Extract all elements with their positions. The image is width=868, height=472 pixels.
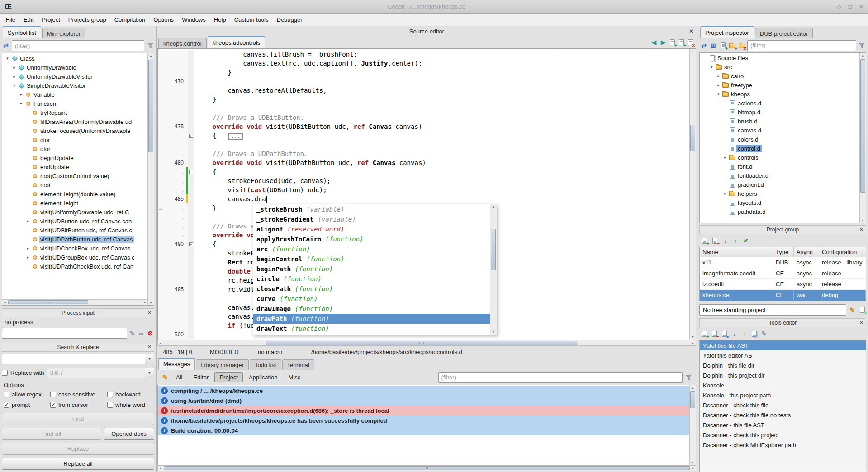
tab-dub-project-editor[interactable]: DUB project editor: [755, 28, 813, 38]
file-item-control-d[interactable]: control.d: [700, 144, 859, 153]
messages-filter-all[interactable]: All: [171, 372, 187, 382]
file-item-font-d[interactable]: font.d: [700, 162, 859, 171]
close-document-icon[interactable]: ✕: [686, 38, 694, 47]
checkbox-whole-word[interactable]: whole word: [107, 400, 153, 409]
expand-icon[interactable]: ▸: [716, 74, 721, 78]
editor-vscrollbar[interactable]: ▲ ▼: [689, 49, 696, 340]
messages-filter-application[interactable]: Application: [244, 372, 283, 382]
symbol-item-visit-uniformlydrawable-udc-ref-c[interactable]: visit(UniformlyDrawable udc, ref C: [3, 208, 147, 217]
tool-dolphin-this-file-dir[interactable]: Dolphin - this file dir: [700, 360, 866, 370]
symbol-tree-vscrollbar[interactable]: ▲ ▼: [147, 53, 154, 305]
menu-edit[interactable]: Edit: [19, 14, 38, 26]
project-row-x11[interactable]: x11DUBasyncrelease - library: [700, 257, 866, 268]
expand-icon[interactable]: ▸: [722, 191, 728, 196]
add-folder-icon[interactable]: +: [728, 42, 736, 50]
completion-scrollbar[interactable]: ▲ ▼: [490, 204, 497, 335]
tree-view-icon[interactable]: ⊞: [709, 42, 717, 50]
fold-toggle-icon[interactable]: −: [189, 242, 193, 246]
find-all-button[interactable]: Find all: [2, 428, 101, 440]
symbol-item-strokefocused-uniformlydrawable[interactable]: strokeFocused(UniformlyDrawable: [3, 126, 147, 135]
symbol-tree-hscrollbar[interactable]: ◂ ▸: [2, 299, 147, 305]
symbol-item-class[interactable]: ▾Class: [3, 54, 147, 63]
symbol-filter-input[interactable]: [12, 40, 144, 51]
column-name[interactable]: Name: [700, 247, 773, 257]
search-input[interactable]: [2, 354, 145, 364]
tools-editor-close-icon[interactable]: ✕: [859, 320, 863, 326]
tool-konsole-this-project-path[interactable]: Konsole - this project path: [700, 390, 866, 400]
completion-item-strokebrush[interactable]: _strokeBrush(variable): [253, 204, 490, 214]
completion-item-drawimage[interactable]: drawImage(function): [253, 304, 490, 314]
symbol-item-elementheight[interactable]: elementHeight: [3, 198, 147, 208]
message-row[interactable]: !/usr/include/dmd/druntime/import/core/e…: [158, 406, 689, 415]
symbol-item-uniformlydrawable[interactable]: ▸UniformlyDrawable: [3, 63, 147, 72]
expand-icon[interactable]: ▸: [25, 246, 31, 250]
file-item-brush-d[interactable]: brush.d: [700, 117, 859, 126]
completion-item-applybrushtocairo[interactable]: applyBrushToCairo(function): [253, 234, 490, 244]
remove-folder-icon[interactable]: ✕: [738, 42, 746, 50]
tab-messages[interactable]: Messages: [158, 358, 195, 370]
move-tool-down-icon[interactable]: ↓: [730, 330, 738, 338]
send-input-icon[interactable]: ✎: [128, 329, 136, 337]
message-row[interactable]: iusing /usr/bin/dmd (dmd): [158, 396, 689, 406]
tool-dscanner-check-this-file[interactable]: Dscanner - check this file: [700, 400, 866, 410]
completion-item-drawpath[interactable]: drawPath(function): [253, 314, 490, 324]
add-project-icon[interactable]: +: [700, 236, 708, 245]
tool-yatol-this-editor-ast[interactable]: Yatol this editor AST: [700, 350, 866, 360]
refresh-symbols-icon[interactable]: ⇄: [2, 42, 10, 50]
scrollbar-thumb[interactable]: [860, 59, 865, 193]
messages-vscrollbar[interactable]: ▲ ▼: [689, 385, 696, 465]
edit-free-standing-icon[interactable]: ✎: [848, 306, 856, 314]
file-item-layouts-d[interactable]: layouts.d: [700, 198, 859, 207]
menu-projects-group[interactable]: Projects group: [64, 14, 110, 26]
clear-messages-icon[interactable]: ✎: [161, 373, 169, 382]
checkbox-from-cursor[interactable]: ✓from cursor: [50, 400, 107, 409]
scroll-down-icon[interactable]: ▼: [860, 218, 866, 223]
scroll-down-icon[interactable]: ▼: [148, 300, 154, 305]
scroll-up-icon[interactable]: ▲: [690, 385, 696, 390]
collapse-icon[interactable]: ▾: [716, 92, 721, 96]
scrollbar-thumb[interactable]: [690, 391, 695, 408]
titlebar[interactable]: Œ Coedit - /.../kheops/kheops.ce ◇ □ ✕: [0, 0, 868, 14]
editor-tab-kheops-control[interactable]: kheops.control: [158, 38, 207, 48]
tab-library-manager[interactable]: Library manager: [196, 359, 249, 370]
move-project-down-icon[interactable]: ↓: [721, 236, 729, 245]
message-row[interactable]: iBuild duration: 00:00:04: [158, 425, 689, 435]
message-row[interactable]: i/home/basile/dev/projects/kheops/kheops…: [158, 415, 689, 425]
replace-input[interactable]: [47, 368, 145, 378]
completion-item-begincontrol[interactable]: beginControl(function): [253, 254, 490, 264]
delete-tool-icon[interactable]: −: [710, 330, 718, 338]
messages-filter-misc[interactable]: Misc: [284, 372, 306, 382]
search-replace-close-icon[interactable]: ✕: [147, 344, 152, 350]
scroll-left-icon[interactable]: ◂: [158, 466, 163, 471]
scroll-down-icon[interactable]: ▼: [490, 330, 496, 335]
file-item-fontloader-d[interactable]: fontloader.d: [700, 171, 859, 180]
close-button[interactable]: ✕: [859, 4, 863, 10]
expand-icon[interactable]: ▸: [25, 219, 31, 223]
completion-item-drawtext[interactable]: drawText(function): [253, 324, 490, 334]
messages-filter-project[interactable]: Project: [214, 372, 242, 382]
symbol-item-visit-udpathcheckbox-udc-ref-can[interactable]: visit(UDPathCheckBox udc, ref Can: [3, 262, 147, 271]
add-file-icon[interactable]: +: [719, 42, 727, 50]
expand-icon[interactable]: ▸: [11, 65, 17, 70]
file-item-pathdata-d[interactable]: pathdata.d: [700, 207, 859, 216]
collapse-icon[interactable]: ▾: [11, 83, 17, 88]
completion-item-arc[interactable]: arc(function): [253, 244, 490, 254]
symbol-item-root[interactable]: root: [3, 180, 147, 189]
menu-debugger[interactable]: Debugger: [273, 14, 307, 26]
symbol-filter-menu-icon[interactable]: [146, 42, 154, 50]
kill-process-icon[interactable]: ⊗: [146, 329, 154, 337]
search-dropdown-icon[interactable]: ▼: [145, 354, 154, 364]
editor-tab-kheops-udcontrols[interactable]: kheops.udcontrols: [208, 36, 266, 48]
completion-item-strokegradient[interactable]: _strokeGradient(variable): [253, 214, 490, 224]
symbol-item-simpledrawablevisitor[interactable]: ▾SimpleDrawableVisitor: [3, 81, 147, 90]
tool-dscanner-this-file-ast[interactable]: Dscanner - this file AST: [700, 420, 866, 430]
project-filter-menu-icon[interactable]: [858, 42, 866, 50]
messages-filter-editor[interactable]: Editor: [188, 372, 213, 382]
scroll-right-icon[interactable]: ▸: [690, 340, 696, 346]
symbol-item-visit-udgroupbox-udc-ref-canvas-c[interactable]: ▸visit(UDGroupBox udc, ref Canvas c: [3, 253, 147, 262]
symbol-item-ctor[interactable]: ctor: [3, 135, 147, 144]
symbol-item-visit-udbitbutton-udc-ref-canvas-c[interactable]: visit(UDBitButton udc, ref Canvas c: [3, 226, 147, 235]
scroll-down-icon[interactable]: ▼: [690, 335, 696, 340]
project-filter-input[interactable]: [747, 40, 856, 51]
menu-options[interactable]: Options: [149, 14, 178, 26]
